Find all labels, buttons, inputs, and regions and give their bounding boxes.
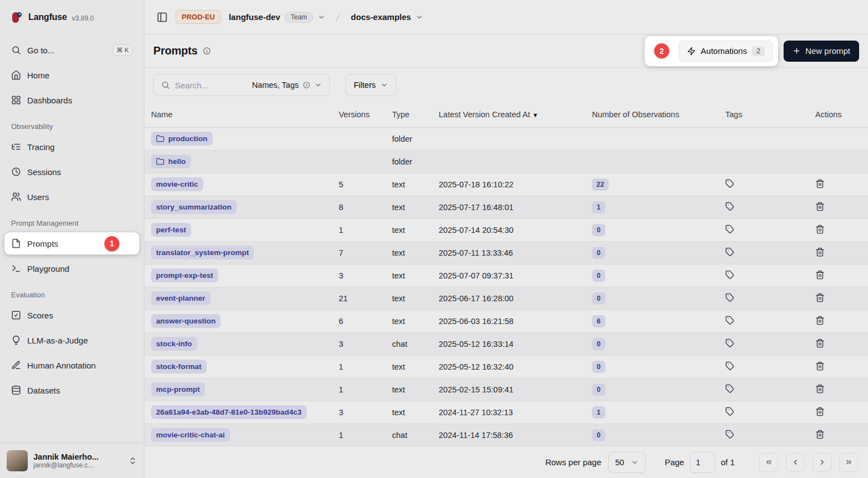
table-row[interactable]: story_summarization 8 text 2025-07-17 16…: [144, 196, 868, 218]
sidebar-item-prompts[interactable]: Prompts 1: [4, 232, 139, 255]
section-prompt-management: Prompt Management: [4, 219, 139, 227]
delete-button[interactable]: [815, 179, 825, 188]
sidebar-item-sessions[interactable]: Sessions: [4, 161, 139, 183]
table-row[interactable]: prompt-exp-test 3 text 2025-07-07 09:37:…: [144, 264, 868, 287]
versions-cell: 3: [333, 264, 387, 287]
prompt-name-chip[interactable]: movie-critic-chat-ai: [151, 428, 230, 442]
tag-icon[interactable]: [725, 430, 735, 439]
previous-page-button[interactable]: [786, 453, 805, 472]
tag-icon[interactable]: [725, 179, 735, 188]
prompt-name-chip[interactable]: mcp-prompt: [151, 382, 205, 396]
delete-button[interactable]: [815, 407, 825, 416]
sidebar-item-playground[interactable]: Playground: [4, 257, 139, 280]
project-selector[interactable]: docs-examples: [351, 12, 423, 22]
column-header-versions: Versions: [333, 102, 387, 127]
user-name: Jannik Maierho...: [33, 452, 123, 461]
table-row[interactable]: mcp-prompt 1 text 2025-02-15 15:09:41 0: [144, 378, 868, 401]
delete-button[interactable]: [815, 361, 825, 371]
tag-icon[interactable]: [725, 407, 735, 416]
delete-button[interactable]: [815, 430, 825, 439]
prompt-name-chip[interactable]: perf-test: [151, 223, 191, 237]
delete-button[interactable]: [815, 247, 825, 257]
sidebar-item-scores[interactable]: Scores: [4, 304, 139, 326]
page-number-input[interactable]: [690, 452, 715, 473]
sidebar-item-home[interactable]: Home: [4, 64, 139, 86]
delete-button[interactable]: [815, 384, 825, 394]
new-prompt-button[interactable]: New prompt: [784, 41, 859, 62]
tag-icon[interactable]: [725, 225, 735, 234]
search-input[interactable]: [175, 81, 247, 90]
tag-icon[interactable]: [725, 202, 735, 211]
org-selector[interactable]: langfuse-dev Team: [229, 12, 325, 23]
prompt-name-chip[interactable]: answer-question: [151, 314, 220, 328]
rows-per-page-select[interactable]: 50: [608, 452, 646, 473]
table-header-row: Name Versions Type Latest Version Create…: [144, 102, 868, 127]
table-row[interactable]: movie-critic 5 text 2025-07-18 16:10:22 …: [144, 173, 868, 196]
chevron-down-icon: [318, 13, 325, 21]
prompt-name-chip[interactable]: stock-info: [151, 337, 197, 351]
prompt-name-chip[interactable]: production: [151, 132, 213, 146]
delete-button[interactable]: [815, 225, 825, 234]
info-icon[interactable]: [203, 47, 211, 55]
info-icon: [303, 81, 310, 89]
tag-icon[interactable]: [725, 361, 735, 371]
delete-button[interactable]: [815, 316, 825, 325]
chevron-right-icon: [818, 458, 826, 466]
table-row[interactable]: event-planner 21 text 2025-06-17 16:28:0…: [144, 287, 868, 310]
goto-search[interactable]: Go to... ⌘ K: [4, 39, 139, 61]
sidebar-item-dashboards[interactable]: Dashboards: [4, 89, 139, 111]
tag-icon[interactable]: [725, 316, 735, 325]
column-header-created-at[interactable]: Latest Version Created At▼: [433, 102, 586, 127]
sidebar-toggle-icon[interactable]: [157, 12, 168, 23]
tag-icon[interactable]: [725, 247, 735, 257]
table-row[interactable]: translator_system-prompt 7 text 2025-07-…: [144, 241, 868, 264]
user-menu[interactable]: Jannik Maierho... jannik@langfuse.c...: [0, 442, 144, 478]
first-page-button[interactable]: [759, 453, 778, 472]
table-row[interactable]: 26a61a94-e3ab-48d7-81e0-13b929bad4c3 3 t…: [144, 401, 868, 424]
last-page-button[interactable]: [839, 453, 858, 472]
prompt-name-chip[interactable]: 26a61a94-e3ab-48d7-81e0-13b929bad4c3: [151, 405, 307, 419]
prompt-name-chip[interactable]: story_summarization: [151, 200, 237, 214]
observations-badge: 0: [592, 338, 605, 350]
page-total-label: of 1: [721, 457, 735, 467]
search-scope-selector[interactable]: Names, Tags: [252, 81, 322, 89]
prompt-name-chip[interactable]: event-planner: [151, 291, 210, 305]
sidebar-item-datasets[interactable]: Datasets: [4, 379, 139, 401]
table-row[interactable]: answer-question 6 text 2025-06-03 16:21:…: [144, 310, 868, 332]
app-version: v3.89.0: [72, 14, 94, 22]
next-page-button[interactable]: [812, 453, 831, 472]
column-header-tags: Tags: [720, 102, 810, 127]
sidebar-item-llm-judge[interactable]: LLM-as-a-Judge: [4, 329, 139, 351]
table-row[interactable]: stock-info 3 chat 2025-05-12 16:33:14 0: [144, 332, 868, 355]
tag-icon[interactable]: [725, 384, 735, 394]
observations-badge: 1: [592, 201, 605, 213]
prompt-name-chip[interactable]: stock-format: [151, 360, 207, 374]
tag-icon[interactable]: [725, 338, 735, 348]
automations-button[interactable]: Automations 2: [679, 41, 773, 62]
prompt-name-chip[interactable]: hello: [151, 155, 191, 168]
versions-cell: 5: [333, 173, 387, 196]
prompt-name-chip[interactable]: movie-critic: [151, 177, 203, 191]
sidebar-item-human-annotation[interactable]: Human Annotation: [4, 354, 139, 376]
table-row[interactable]: hello folder: [144, 150, 868, 173]
created-at-cell: 2024-11-14 17:58:36: [433, 424, 586, 446]
versions-cell: 7: [333, 241, 387, 264]
sidebar-item-tracing[interactable]: Tracing: [4, 136, 139, 158]
delete-button[interactable]: [815, 338, 825, 348]
type-cell: text: [387, 218, 433, 241]
table-row[interactable]: movie-critic-chat-ai 1 chat 2024-11-14 1…: [144, 424, 868, 446]
table-row[interactable]: perf-test 1 text 2025-07-14 20:54:30 0: [144, 218, 868, 241]
delete-button[interactable]: [815, 270, 825, 280]
table-row[interactable]: production folder: [144, 127, 868, 150]
chevron-down-icon: [415, 13, 423, 21]
sidebar-item-users[interactable]: Users: [4, 186, 139, 208]
delete-button[interactable]: [815, 202, 825, 211]
prompt-name-chip[interactable]: prompt-exp-test: [151, 268, 218, 282]
filters-button[interactable]: Filters: [345, 74, 397, 96]
prompt-name-chip[interactable]: translator_system-prompt: [151, 246, 254, 260]
table-row[interactable]: stock-format 1 text 2025-05-12 16:32:40 …: [144, 355, 868, 378]
tag-icon[interactable]: [725, 270, 735, 280]
delete-button[interactable]: [815, 293, 825, 302]
created-at-cell: 2025-05-12 16:33:14: [433, 332, 586, 355]
tag-icon[interactable]: [725, 293, 735, 302]
